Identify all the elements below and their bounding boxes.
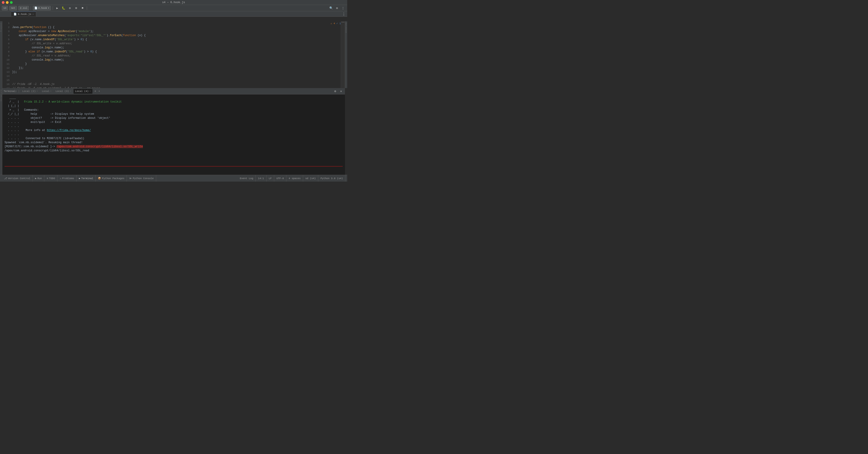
toolbar: s4 net 2.ssl 📄 8.hook ▾ ▶ 🐛 ⚙ ⊞ ■ 🔍 ⚙ ⋮ bbox=[0, 5, 347, 11]
version-control-icon: ⎇ bbox=[4, 177, 7, 180]
lf-status[interactable]: LF bbox=[267, 175, 274, 182]
python-console-icon: ≫ bbox=[129, 177, 132, 180]
term-tab-close-local4[interactable]: ✕ bbox=[90, 90, 91, 92]
check-count: ✓ 1 bbox=[336, 22, 341, 25]
ssl-btn[interactable]: 2.ssl bbox=[18, 6, 29, 10]
new-terminal-button[interactable]: + bbox=[93, 89, 97, 94]
net-btn[interactable]: net bbox=[9, 6, 17, 10]
terminal-panel: Terminal: Local (2) ✕ Local ✕ Local (3) … bbox=[2, 88, 345, 175]
stop-button[interactable]: ■ bbox=[80, 6, 85, 10]
left-sidebar-bottom: Structure bbox=[0, 88, 2, 175]
terminal-label: Terminal: bbox=[4, 90, 19, 93]
run-button[interactable]: ▶ bbox=[55, 6, 60, 10]
warning-count: ⚠ 4 bbox=[331, 22, 335, 25]
run-status-icon: ▶ bbox=[35, 177, 37, 180]
coverage-button[interactable]: ⊞ bbox=[74, 6, 79, 10]
run-status[interactable]: ▶ Run bbox=[33, 175, 44, 182]
project-btn[interactable]: s4 bbox=[2, 6, 8, 10]
term-tab-close-local2[interactable]: ✕ bbox=[37, 90, 38, 92]
left-sidebar: Project bbox=[0, 21, 2, 88]
event-log-status[interactable]: Event Log bbox=[238, 175, 256, 182]
database-sidebar-label: Database bbox=[345, 23, 347, 33]
tab-hook-js[interactable]: 📄 6.hook.js ✕ bbox=[11, 11, 36, 17]
editor-more-btn[interactable]: ⋮ bbox=[341, 12, 346, 17]
terminal-highlight-bar bbox=[4, 166, 343, 167]
attach-button[interactable]: ⚙ bbox=[67, 6, 72, 10]
term-tab-close-local3[interactable]: ✕ bbox=[70, 90, 71, 92]
position-status[interactable]: 14:1 bbox=[256, 175, 266, 182]
settings-button[interactable]: ⚙ bbox=[335, 6, 340, 10]
terminal-status[interactable]: ▶ Terminal bbox=[76, 175, 96, 182]
tab-close-btn[interactable]: ✕ bbox=[32, 13, 34, 15]
editor-tabbar: 📄 6.hook.js ✕ ⋮ bbox=[0, 11, 347, 17]
terminal-status-icon: ▶ bbox=[79, 177, 81, 180]
python-packages-icon: 📦 bbox=[98, 177, 101, 180]
terminal-settings-icon[interactable]: ⚙ bbox=[333, 89, 338, 94]
todo-status[interactable]: ≡ TODO bbox=[44, 175, 57, 182]
terminal-close-icon[interactable]: ✕ bbox=[339, 89, 344, 94]
term-tab-close-local[interactable]: ✕ bbox=[50, 90, 51, 92]
todo-icon: ≡ bbox=[46, 177, 48, 180]
hook-file-icon: 📄 bbox=[34, 6, 37, 9]
python-console-status[interactable]: ≫ Python Console bbox=[127, 175, 156, 182]
terminal-dropdown-button[interactable]: ▾ bbox=[98, 90, 100, 93]
statusbar: ⎇ Version Control ▶ Run ≡ TODO ⚠ Problem… bbox=[0, 175, 347, 182]
editor-header-badges: ⚠ 4 ✓ 1 bbox=[331, 21, 341, 25]
indent-status[interactable]: 4 spaces bbox=[286, 175, 303, 182]
statusbar-right: Event Log 14:1 LF UTF-8 4 spaces sd (s4)… bbox=[238, 175, 345, 182]
code-editor: 1 2 3 4 5 6 7 8 9 10 11 12 13 14 15 16 1… bbox=[2, 21, 345, 88]
hook-btn[interactable]: 📄 8.hook ▾ bbox=[33, 6, 51, 10]
python-version-status[interactable]: Python 3.8 (s4) bbox=[318, 175, 345, 182]
problems-status[interactable]: ⚠ Problems bbox=[57, 175, 76, 182]
close-button[interactable] bbox=[2, 1, 4, 4]
terminal-tabbar: Terminal: Local (2) ✕ Local ✕ Local (3) … bbox=[2, 88, 345, 94]
more-button[interactable]: ⋮ bbox=[340, 6, 345, 10]
branch-status[interactable]: sd (s4) bbox=[303, 175, 318, 182]
problems-icon: ⚠ bbox=[60, 177, 61, 180]
encoding-status[interactable]: UTF-8 bbox=[274, 175, 286, 182]
tab-label: 6.hook.js bbox=[18, 13, 31, 15]
term-tab-local4[interactable]: Local (4) ✕ bbox=[73, 89, 93, 94]
term-tab-local2[interactable]: Local (2) ✕ bbox=[20, 89, 39, 94]
maximize-button[interactable] bbox=[10, 1, 13, 4]
minimize-button[interactable] bbox=[6, 1, 8, 4]
code-lines[interactable]: Java.perform(function () { const apiReso… bbox=[11, 21, 341, 88]
frida-docs-link[interactable]: https://frida.re/docs/home/ bbox=[47, 129, 91, 132]
term-tab-local[interactable]: Local ✕ bbox=[40, 89, 53, 94]
project-sidebar-label: Project bbox=[0, 23, 2, 32]
right-sidebar-top: Database bbox=[345, 21, 347, 88]
window-title: s4 – 6.hook.js bbox=[162, 1, 185, 4]
structure-sidebar-label: Structure bbox=[0, 90, 2, 101]
traffic-lights bbox=[2, 1, 13, 4]
debug-button[interactable]: 🐛 bbox=[61, 6, 66, 10]
tab-file-icon: 📄 bbox=[13, 13, 17, 15]
search-button[interactable]: 🔍 bbox=[329, 6, 334, 10]
titlebar: s4 – 6.hook.js bbox=[0, 0, 347, 5]
line-numbers: 1 2 3 4 5 6 7 8 9 10 11 12 13 14 15 16 1… bbox=[2, 21, 11, 88]
terminal-content[interactable]: ____ / _ | Frida 15.2.2 - A world-class … bbox=[2, 94, 345, 175]
toolbar-separator-1 bbox=[31, 6, 31, 10]
version-control-status[interactable]: ⎇ Version Control bbox=[2, 175, 33, 182]
python-packages-status[interactable]: 📦 Python Packages bbox=[96, 175, 127, 182]
terminal-right-icons: ⚙ ✕ bbox=[333, 89, 344, 94]
minimap bbox=[341, 21, 345, 88]
term-tab-local3[interactable]: Local (3) ✕ bbox=[54, 89, 73, 94]
hook-dropdown-icon: ▾ bbox=[48, 6, 50, 9]
toolbar-separator-2 bbox=[53, 6, 53, 10]
